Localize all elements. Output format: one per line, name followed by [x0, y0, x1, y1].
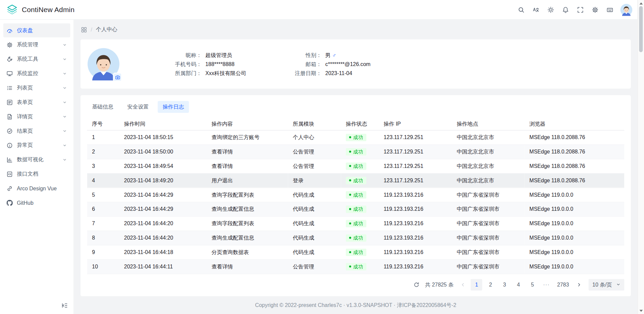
profile-field: 注册日期： 2023-11-04: [268, 70, 370, 76]
scrollbar-up-arrow[interactable]: [639, 2, 643, 4]
cell-location: 中国北京北京市: [452, 159, 525, 173]
refresh-icon: [414, 282, 419, 288]
prev-page-button[interactable]: [458, 279, 469, 290]
page-button[interactable]: 5: [527, 279, 538, 290]
cell-time: 2023-11-04 16:44:29: [119, 202, 207, 216]
status-dot-icon: [349, 266, 351, 268]
fullscreen-button[interactable]: [574, 3, 587, 16]
profile-field: 所属部门： Xxx科技有限公司: [120, 70, 268, 76]
keyboard-shortcuts-button[interactable]: [604, 3, 616, 16]
cell-time: 2023-11-04 16:44:11: [119, 259, 207, 274]
sidebar-item-list-pages[interactable]: 列表页: [3, 81, 70, 95]
page-button[interactable]: 2: [485, 279, 496, 290]
cell-time: 2023-11-04 18:49:20: [119, 173, 207, 188]
tab-security-settings[interactable]: 安全设置: [122, 101, 154, 113]
cell-content: 查看详情: [207, 159, 288, 173]
field-label: 昵称：: [120, 52, 202, 58]
search-button[interactable]: [515, 3, 528, 16]
sidebar-item-api-docs[interactable]: 接口文档: [3, 167, 70, 181]
sidebar-collapse-button[interactable]: [60, 300, 69, 310]
sidebar-item-label: 系统监控: [17, 70, 58, 77]
profile-field: 邮箱： c********@126.com: [268, 61, 370, 67]
cell-browser: MSEdge 119.0.0.0: [525, 259, 625, 274]
page-size-select[interactable]: 10 条/页: [589, 279, 624, 290]
cell-time: 2023-11-04 16:44:29: [119, 188, 207, 202]
chevron-down-icon: [62, 71, 67, 75]
sidebar-item-label: GitHub: [17, 200, 58, 206]
cell-status: 成功: [341, 173, 379, 188]
sidebar-item-label: 接口文档: [17, 170, 58, 178]
status-text: 成功: [353, 264, 363, 269]
sidebar-item-data-visualization[interactable]: 数据可视化: [3, 153, 70, 167]
scrollbar-down-arrow[interactable]: [639, 310, 643, 312]
sidebar-item-result-pages[interactable]: 结果页: [3, 124, 70, 138]
cell-module: 代码生成: [288, 188, 341, 202]
cell-browser: MSEdge 119.0.0.0: [525, 245, 625, 259]
sidebar-item-label: Arco Design Vue: [17, 185, 58, 191]
profile-fields-left: 昵称： 超级管理员 手机号码： 188****8888 所属部门： Xxx科技有…: [120, 52, 268, 76]
chevron-down-icon: [616, 282, 621, 287]
next-page-button[interactable]: [574, 279, 585, 290]
header-actions: [515, 3, 633, 16]
notifications-button[interactable]: [559, 3, 572, 16]
cell-ip: 123.117.129.251: [379, 130, 452, 144]
sidebar-item-system-tools[interactable]: 系统工具: [3, 52, 70, 66]
page-button[interactable]: 3: [499, 279, 510, 290]
cell-time: 2023-11-04 18:50:15: [119, 130, 207, 144]
sidebar-item-detail-pages[interactable]: 详情页: [3, 110, 70, 124]
refresh-button[interactable]: [411, 279, 422, 290]
sidebar-item-arco-design-vue[interactable]: Arco Design Vue: [3, 181, 70, 195]
sidebar-item-exception-pages[interactable]: 异常页: [3, 138, 70, 152]
translate-button[interactable]: [530, 3, 542, 16]
cell-ip: 119.123.193.216: [379, 216, 452, 231]
page-button[interactable]: 2783: [555, 279, 572, 290]
tab-operation-log[interactable]: 操作日志: [158, 101, 189, 113]
cell-content: 查询绑定的三方账号: [207, 130, 288, 144]
cell-time: 2023-11-04 16:44:20: [119, 231, 207, 245]
status-text: 成功: [353, 164, 363, 169]
cell-location: 中国广东省深圳市: [452, 245, 525, 259]
pagination: 共 27825 条 12345···2783 10 条/页: [87, 279, 625, 290]
status-dot-icon: [349, 179, 351, 181]
cell-index: 8: [87, 231, 119, 245]
scrollbar-thumb[interactable]: [639, 6, 643, 52]
sidebar-item-system-management[interactable]: 系统管理: [3, 38, 70, 52]
sidebar-item-github[interactable]: GitHub: [3, 196, 70, 210]
profile-fields-right: 性别： 男♂ 邮箱： c********@126.com 注册日期： 2023-…: [268, 52, 370, 76]
tab-basic-info[interactable]: 基础信息: [87, 101, 118, 113]
theme-toggle-button[interactable]: [545, 3, 557, 16]
page-ellipsis[interactable]: ···: [541, 279, 552, 290]
field-value: Xxx科技有限公司: [205, 70, 246, 76]
chevron-down-icon: [62, 85, 67, 90]
cell-content: 查询字段配置列表: [207, 188, 288, 202]
status-text: 成功: [353, 149, 363, 154]
logo[interactable]: ContiNew Admin: [7, 4, 75, 15]
change-avatar-button[interactable]: [113, 73, 122, 82]
cell-module: 登录: [288, 173, 341, 188]
field-label: 邮箱：: [268, 61, 321, 67]
page-scrollbar[interactable]: [637, 0, 644, 314]
cell-status: 成功: [341, 159, 379, 173]
sidebar-item-dashboard[interactable]: 仪表盘: [3, 23, 70, 38]
cell-module: 代码生成: [288, 202, 341, 216]
cell-browser: MSEdge 119.0.0.0: [525, 231, 625, 245]
sidebar-item-form-pages[interactable]: 表单页: [3, 95, 70, 109]
user-avatar[interactable]: [620, 3, 633, 16]
cell-content: 查询生成配置信息: [207, 202, 288, 216]
camera-icon: [115, 74, 120, 80]
sidebar-item-label: 结果页: [17, 127, 58, 135]
sidebar-item-label: 系统管理: [17, 41, 58, 48]
breadcrumb-current: 个人中心: [96, 26, 117, 33]
settings-button[interactable]: [589, 3, 601, 16]
cell-module: 公告管理: [288, 259, 341, 274]
cell-index: 4: [87, 173, 119, 188]
cell-ip: 119.123.193.216: [379, 231, 452, 245]
github-icon: [7, 200, 13, 206]
log-table-row: 7 2023-11-04 16:44:20 查询字段配置列表 代码生成 成功 1…: [87, 216, 625, 231]
profile-avatar[interactable]: [87, 48, 120, 80]
page-button-current[interactable]: 1: [471, 279, 482, 290]
apps-grid-icon[interactable]: [81, 26, 87, 33]
sidebar-item-system-monitor[interactable]: 系统监控: [3, 66, 70, 80]
app-header: ContiNew Admin: [0, 0, 637, 20]
page-button[interactable]: 4: [513, 279, 524, 290]
